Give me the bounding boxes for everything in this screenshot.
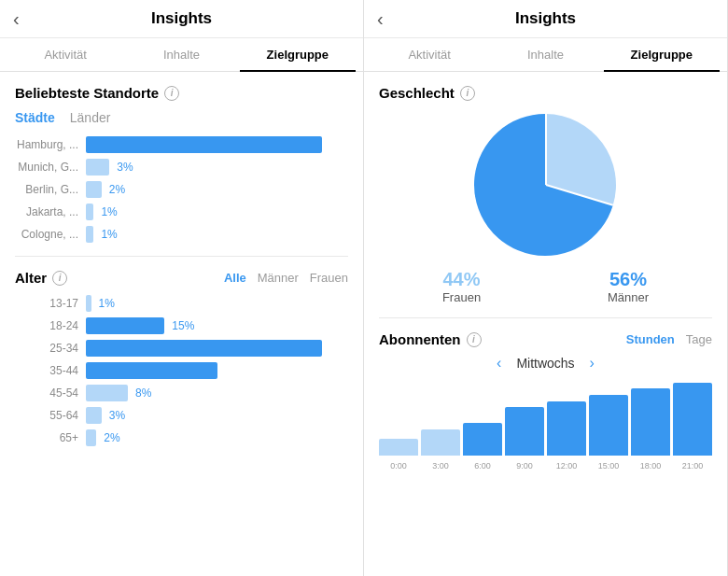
day-navigation: ‹ Mittwochs › [379,355,712,372]
standorte-title: Beliebteste Standorte i [15,85,348,101]
bar-label: Cologne, ... [15,228,78,241]
time-tabs: Stunden Tage [626,332,712,346]
bar-fill [86,385,128,401]
time-bar [421,429,460,456]
time-x-labels: 0:00 3:00 6:00 9:00 12:00 15:00 18:00 21… [379,461,712,471]
right-back-button[interactable]: ‹ [377,8,384,30]
time-bar-col-4 [547,383,586,456]
standorte-bars: Hamburg, ... 32% Munich, G... 3% Berlin,… [15,136,348,243]
standorte-info-icon[interactable]: i [164,86,179,101]
bar-container: 2% [86,429,348,446]
bar-label: 45-54 [15,386,78,400]
time-bar [379,439,418,456]
time-bar-col-5 [589,383,628,456]
alter-row-65plus: 65+ 2% [15,429,348,446]
bar-fill [86,317,164,334]
x-label-4: 12:00 [547,461,586,471]
pie-chart [471,110,621,260]
bar-label: Berlin, G... [15,183,78,196]
left-tabs: Aktivität Inhalte Zielgruppe [0,38,363,72]
divider-right [379,317,712,318]
bar-value: 3% [117,161,133,174]
tab-aktivitat-left[interactable]: Aktivität [7,38,123,71]
bar-row-berlin: Berlin, G... 2% [15,181,348,198]
tab-inhalte-right[interactable]: Inhalte [487,38,603,71]
filter-alle[interactable]: Alle [224,271,246,285]
time-bar [631,388,670,456]
frauen-pct: 44% [442,269,481,290]
bar-fill [86,181,102,198]
bar-container: 3% [86,159,348,176]
time-bar-col-7 [673,383,712,456]
frauen-text: Frauen [442,290,481,304]
x-label-3: 9:00 [505,461,544,471]
right-tabs: Aktivität Inhalte Zielgruppe [364,38,727,72]
bar-value: 1% [101,228,117,241]
time-bar [589,395,628,456]
maenner-text: Männer [608,290,649,304]
subtab-staedte[interactable]: Städte [15,110,55,125]
time-bar-col-3 [505,383,544,456]
geschlecht-info-icon[interactable]: i [460,86,475,101]
x-label-0: 0:00 [379,461,418,471]
abonnenten-info-icon[interactable]: i [467,332,482,347]
left-title: Insights [151,9,212,28]
bar-container: 1% [86,226,348,243]
day-prev-button[interactable]: ‹ [497,355,501,372]
bar-container: 1% [86,295,348,312]
time-chart [379,383,712,457]
bar-row-munich: Munich, G... 3% [15,159,348,176]
time-bar [547,401,586,456]
bar-row-jakarta: Jakarta, ... 1% [15,204,348,220]
bar-container: 3% [86,407,348,424]
right-title: Insights [515,9,576,28]
x-label-5: 15:00 [589,461,628,471]
bar-value: 2% [109,183,125,196]
time-bar-col-1 [421,383,460,456]
abonnenten-header: Abonnenten i Stunden Tage [379,331,712,347]
alter-row-1317: 13-17 1% [15,295,348,312]
subtab-laender[interactable]: Länder [70,110,111,125]
bar-container: 2% [86,181,348,198]
bar-fill [86,204,93,220]
bar-value: 1% [101,205,117,218]
frauen-label-item: 44% Frauen [442,269,481,304]
bar-value: 8% [135,386,151,400]
filter-maenner[interactable]: Männer [258,271,299,285]
time-tab-tage[interactable]: Tage [686,332,712,346]
time-bar-col-2 [463,383,502,456]
bar-label: 18-24 [15,319,78,332]
x-label-1: 3:00 [421,461,460,471]
alter-info-icon[interactable]: i [52,271,67,286]
tab-zielgruppe-left[interactable]: Zielgruppe [240,38,356,71]
bar-fill: 46% [86,340,322,357]
right-panel: ‹ Insights Aktivität Inhalte Zielgruppe … [364,0,728,576]
pie-labels: 44% Frauen 56% Männer [379,269,712,304]
day-next-button[interactable]: › [590,355,595,372]
bar-fill [86,429,96,446]
bar-fill [86,295,91,312]
bar-container: 1% [86,204,348,220]
bar-fill [86,407,102,424]
time-tab-stunden[interactable]: Stunden [626,332,675,346]
bar-value: 2% [104,431,119,444]
alter-row-3544: 35-44 25% [15,362,348,379]
bar-row-hamburg: Hamburg, ... 32% [15,136,348,153]
tab-aktivitat-right[interactable]: Aktivität [371,38,487,71]
bar-fill: 32% [86,136,322,153]
tab-inhalte-left[interactable]: Inhalte [123,38,239,71]
right-content: Geschlecht i [364,72,727,576]
filter-frauen[interactable]: Frauen [310,271,348,285]
maenner-label-item: 56% Männer [608,269,649,304]
bar-value: 1% [99,297,115,310]
bar-fill [86,159,109,176]
bar-label: Jakarta, ... [15,205,78,218]
time-bar-col-6 [631,383,670,456]
bar-container: 15% [86,317,348,334]
bar-container: 32% [86,136,348,153]
bar-value: 46% [322,342,344,355]
left-back-button[interactable]: ‹ [13,8,20,30]
bar-value: 32% [322,138,344,151]
time-bar [505,407,544,456]
tab-zielgruppe-right[interactable]: Zielgruppe [604,38,720,71]
